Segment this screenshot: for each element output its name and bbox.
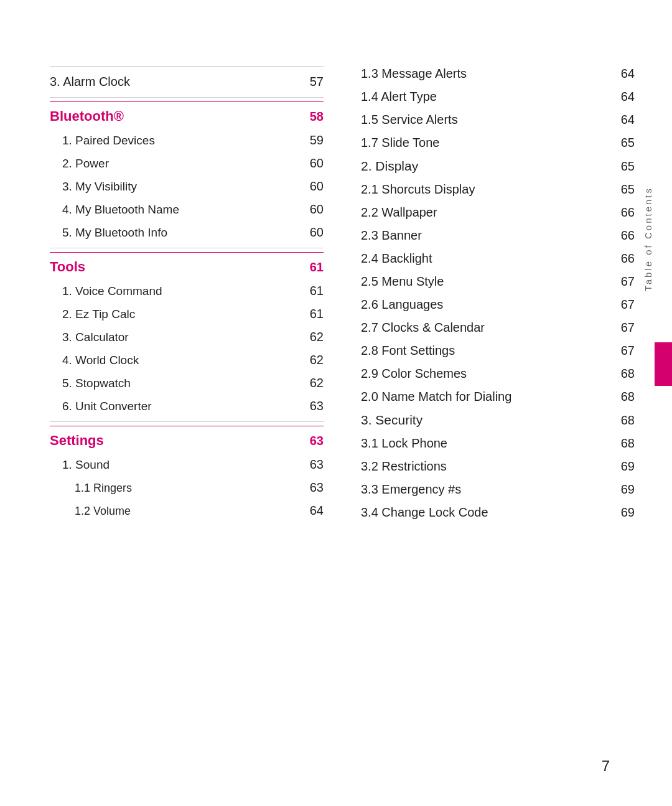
entry-page: 61 [299,260,324,274]
entry-label: 3. Security [361,413,610,428]
entry-page: 57 [299,75,324,89]
entry-page: 60 [299,202,324,217]
divider [50,248,324,248]
entry-label: 1.5 Service Alerts [361,113,610,127]
entry-page: 67 [610,344,635,358]
entry-page: 67 [610,274,635,289]
entry-label: 3.4 Change Lock Code [361,505,610,520]
divider [50,66,324,67]
toc-entry: 2.6 Languages67 [361,293,635,316]
entry-page: 67 [610,321,635,335]
left-column: 3. Alarm Clock57Bluetooth®581. Paired De… [50,62,324,524]
entry-label: 2.2 Wallpaper [361,205,610,220]
page-number: 7 [602,757,610,775]
entry-label: 2.6 Languages [361,298,610,312]
entry-page: 63 [299,480,324,495]
divider [50,97,324,98]
entry-page: 65 [610,159,635,174]
entry-label: 3.3 Emergency #s [361,482,610,497]
toc-entry: 1.5 Service Alerts64 [361,108,635,131]
toc-entry: 3. Security68 [361,408,635,432]
toc-entry: 3.2 Restrictions69 [361,455,635,478]
entry-page: 61 [299,307,324,321]
divider [50,421,324,422]
entry-label: 4. My Bluetooth Name [62,203,299,217]
toc-entry: 1.1 Ringers63 [50,476,324,499]
entry-page: 63 [299,434,324,448]
entry-page: 68 [610,390,635,404]
entry-label: 2.1 Shorcuts Display [361,182,610,197]
toc-entry: 2.4 Backlight66 [361,247,635,270]
entry-label: 2.7 Clocks & Calendar [361,321,610,335]
entry-page: 62 [299,376,324,390]
entry-page: 62 [299,353,324,367]
entry-label: 5. Stopwatch [62,377,299,390]
toc-entry: 3.1 Lock Phone68 [361,432,635,455]
toc-entry: 2.8 Font Settings67 [361,339,635,362]
entry-page: 65 [610,136,635,150]
entry-page: 66 [610,205,635,220]
entry-label: 3. Calculator [62,330,299,344]
entry-page: 69 [610,482,635,497]
entry-page: 69 [610,459,635,474]
side-tab [655,342,672,386]
entry-label: 1.3 Message Alerts [361,67,610,81]
entry-page: 67 [610,298,635,312]
toc-entry: 2.5 Menu Style67 [361,270,635,293]
toc-entry: Settings63 [50,426,324,453]
entry-page: 63 [299,457,324,472]
entry-page: 68 [610,436,635,451]
toc-entry: 3. Alarm Clock57 [50,70,324,93]
side-label: Table of Contents [643,187,653,291]
entry-page: 64 [610,67,635,81]
entry-page: 64 [610,90,635,104]
entry-page: 63 [299,399,324,413]
entry-page: 59 [299,133,324,148]
toc-entry: 3. My Visibility60 [50,175,324,198]
page: Table of Contents 3. Alarm Clock57Blueto… [0,0,672,806]
entry-page: 65 [610,182,635,197]
entry-page: 66 [610,251,635,266]
entry-page: 60 [299,179,324,194]
toc-entry: 3.4 Change Lock Code69 [361,501,635,524]
entry-label: 4. World Clock [62,354,299,367]
toc-entry: 2. Display65 [361,154,635,178]
entry-label: 6. Unit Converter [62,400,299,413]
toc-entry: 2.7 Clocks & Calendar67 [361,316,635,339]
toc-entry: 2. Ez Tip Calc61 [50,302,324,326]
entry-label: 2.0 Name Match for Dialing [361,390,610,404]
entry-page: 60 [299,225,324,240]
entry-label: 2.5 Menu Style [361,274,610,289]
toc-entry: Bluetooth®58 [50,101,324,129]
entry-label: 1.7 Slide Tone [361,136,610,150]
entry-page: 62 [299,330,324,344]
entry-label: 5. My Bluetooth Info [62,226,299,240]
toc-entry: 1. Voice Command61 [50,279,324,302]
entry-label: 1. Paired Devices [62,134,299,148]
entry-label: 2.4 Backlight [361,251,610,266]
entry-label: 2.9 Color Schemes [361,367,610,381]
entry-page: 69 [610,505,635,520]
toc-entry: 1.7 Slide Tone65 [361,131,635,154]
entry-label: 3. My Visibility [62,180,299,194]
entry-label: 2.8 Font Settings [361,344,610,358]
toc-entry: 2.9 Color Schemes68 [361,362,635,385]
toc-entry: 1. Sound63 [50,453,324,476]
entry-label: 3.2 Restrictions [361,459,610,474]
entry-label: 1. Sound [62,458,299,472]
entry-page: 60 [299,156,324,171]
toc-entry: 2.2 Wallpaper66 [361,201,635,224]
entry-label: 2. Ez Tip Calc [62,307,299,321]
entry-label: Tools [50,259,299,275]
entry-label: 2.3 Banner [361,228,610,243]
toc-entry: 4. My Bluetooth Name60 [50,198,324,221]
entry-label: Settings [50,433,299,449]
entry-label: 2. Display [361,159,610,174]
entry-label: 3.1 Lock Phone [361,436,610,451]
toc-entry: 1.4 Alert Type64 [361,85,635,108]
entry-page: 61 [299,284,324,298]
toc-entry: 2.1 Shorcuts Display65 [361,178,635,201]
entry-page: 66 [610,228,635,243]
entry-label: 3. Alarm Clock [50,75,299,89]
toc-entry: 3. Calculator62 [50,326,324,349]
